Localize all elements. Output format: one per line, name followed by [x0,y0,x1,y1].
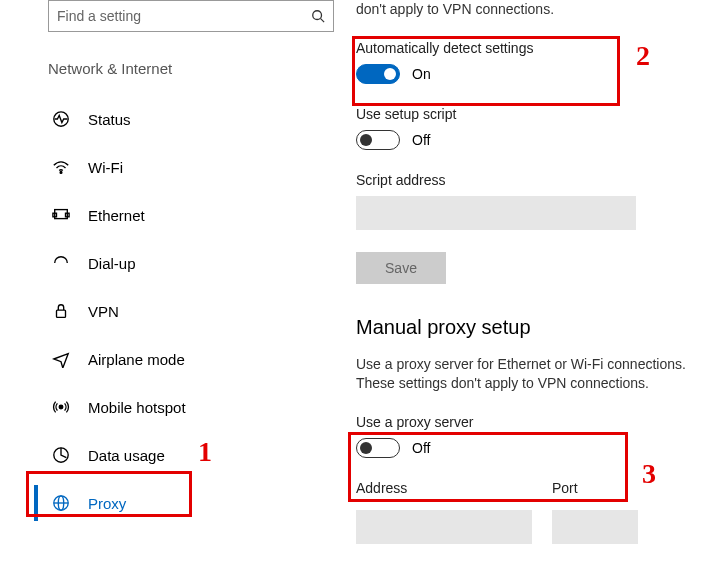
svg-point-3 [60,172,62,174]
sidebar-item-hotspot[interactable]: Mobile hotspot [48,383,324,431]
script-address-label: Script address [356,172,700,188]
sidebar-item-label: Status [88,111,131,128]
sidebar-item-airplane[interactable]: Airplane mode [48,335,324,383]
search-input[interactable] [57,8,311,24]
ethernet-icon [52,206,70,224]
save-button[interactable]: Save [356,252,446,284]
proxy-icon [52,494,70,512]
svg-point-12 [59,405,63,409]
setup-script-label: Use setup script [356,106,700,122]
port-label: Port [552,480,638,496]
use-proxy-toggle[interactable] [356,438,400,458]
search-icon [311,9,325,23]
status-icon [52,110,70,128]
sidebar-item-label: Mobile hotspot [88,399,186,416]
manual-proxy-description: Use a proxy server for Ethernet or Wi-Fi… [356,355,700,394]
auto-detect-toggle[interactable] [356,64,400,84]
sidebar-item-vpn[interactable]: VPN [48,287,324,335]
sidebar-item-wifi[interactable]: Wi-Fi [48,143,324,191]
wifi-icon [52,158,70,176]
svg-line-1 [321,19,325,23]
use-proxy-label: Use a proxy server [356,414,700,430]
svg-point-0 [313,11,322,20]
auto-detect-label: Automatically detect settings [356,40,700,56]
script-address-input[interactable] [356,196,636,230]
use-proxy-state: Off [412,440,430,456]
sidebar-item-label: Airplane mode [88,351,185,368]
settings-search[interactable] [48,0,334,32]
hotspot-icon [52,398,70,416]
manual-proxy-heading: Manual proxy setup [356,316,700,339]
address-label: Address [356,480,532,496]
proxy-port-input[interactable] [552,510,638,544]
datausage-icon [52,446,70,464]
sidebar-item-label: Proxy [88,495,126,512]
sidebar-item-dialup[interactable]: Dial-up [48,239,324,287]
setup-script-toggle[interactable] [356,130,400,150]
vpn-icon [52,302,70,320]
partial-text: don't apply to VPN connections. [356,0,700,20]
proxy-address-input[interactable] [356,510,532,544]
setup-script-state: Off [412,132,430,148]
sidebar-item-ethernet[interactable]: Ethernet [48,191,324,239]
sidebar-item-status[interactable]: Status [48,95,324,143]
sidebar-section-title: Network & Internet [48,60,324,77]
sidebar-item-label: Wi-Fi [88,159,123,176]
sidebar-item-label: Data usage [88,447,165,464]
sidebar-item-label: Ethernet [88,207,145,224]
sidebar-item-label: Dial-up [88,255,136,272]
svg-rect-11 [57,310,66,317]
airplane-icon [52,350,70,368]
sidebar-item-datausage[interactable]: Data usage [48,431,324,479]
sidebar-item-proxy[interactable]: Proxy [48,479,324,527]
dialup-icon [52,254,70,272]
sidebar-item-label: VPN [88,303,119,320]
auto-detect-state: On [412,66,431,82]
